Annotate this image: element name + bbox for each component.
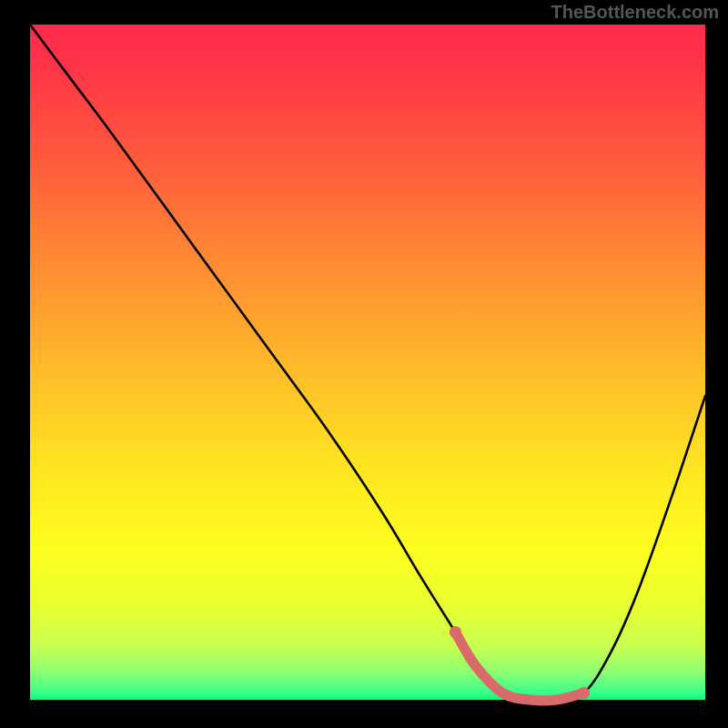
plot-area (30, 25, 705, 700)
bottleneck-curve (30, 25, 705, 701)
optimal-band-curve (455, 632, 583, 701)
curve-layer (30, 25, 705, 700)
optimal-band-start-dot (450, 626, 461, 638)
chart-root: TheBottleneck.com (0, 0, 728, 728)
watermark-text: TheBottleneck.com (551, 2, 719, 23)
optimal-band-end-dot (578, 687, 590, 699)
